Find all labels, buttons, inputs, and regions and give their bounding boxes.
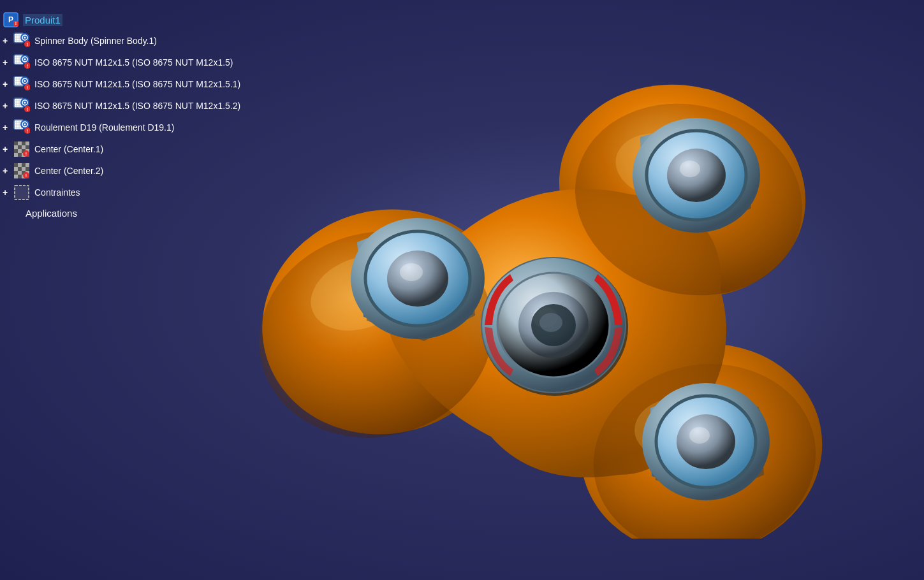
expand-icon-7[interactable]: + [3, 187, 11, 198]
item-icon-4: ! [13, 119, 31, 136]
svg-text:P: P [8, 15, 13, 24]
svg-rect-143 [14, 175, 18, 178]
svg-point-32 [689, 427, 710, 444]
svg-point-16 [400, 263, 423, 281]
item-label-3: ISO 8675 NUT M12x1.5 (ISO 8675 NUT M12x1… [34, 101, 240, 111]
svg-point-56 [24, 37, 26, 39]
svg-text:!: ! [27, 42, 28, 47]
tree-root-item[interactable]: P ! Produit1 [3, 11, 335, 28]
svg-rect-133 [22, 163, 26, 167]
item-icon-3: ! [13, 97, 31, 115]
svg-point-108 [24, 124, 26, 126]
svg-rect-119 [26, 145, 29, 149]
tree-panel: P ! Produit1 + ! Spinner Body (Spin [0, 6, 338, 228]
svg-rect-124 [14, 153, 18, 157]
svg-rect-117 [18, 145, 22, 149]
item-label-2: ISO 8675 NUT M12x1.5 (ISO 8675 NUT M12x1… [34, 79, 240, 89]
svg-rect-149 [15, 185, 29, 199]
tree-items-container: + ! Spinner Body (Spinner Body.1) + [3, 32, 335, 201]
applications-label: Applications [26, 208, 77, 219]
tree-item-3[interactable]: + ! ISO 8675 NUT M12x1.5 (ISO 8675 NUT M… [3, 97, 335, 115]
svg-rect-144 [18, 175, 22, 178]
svg-rect-118 [22, 145, 26, 149]
tree-item-1[interactable]: + ! ISO 8675 NUT M12x1.5 (ISO 8675 NUT M… [3, 54, 335, 71]
expand-icon-0[interactable]: + [3, 36, 11, 46]
item-icon-6: ! [13, 162, 31, 180]
svg-rect-116 [14, 145, 18, 149]
item-icon-1: ! [13, 54, 31, 71]
svg-rect-134 [26, 163, 29, 167]
item-label-1: ISO 8675 NUT M12x1.5 (ISO 8675 NUT M12x1… [34, 57, 233, 68]
svg-text:!: ! [27, 85, 28, 90]
svg-rect-138 [26, 167, 29, 171]
svg-rect-132 [18, 163, 22, 167]
tree-item-7[interactable]: + Contraintes [3, 184, 335, 201]
svg-rect-113 [18, 141, 22, 145]
svg-point-24 [680, 161, 700, 177]
item-icon-5: ! [13, 140, 31, 158]
item-icon-2: ! [13, 75, 31, 93]
svg-rect-112 [14, 141, 18, 145]
svg-rect-121 [18, 149, 22, 153]
item-label-4: Roulement D19 (Roulement D19.1) [34, 122, 174, 133]
tree-item-5[interactable]: + ! Center (Center.1) [3, 140, 335, 158]
expand-icon-6[interactable]: + [3, 166, 11, 176]
svg-point-82 [24, 80, 26, 82]
svg-text:!: ! [26, 152, 27, 156]
expand-icon-3[interactable]: + [3, 101, 11, 111]
svg-text:!: ! [27, 107, 28, 112]
svg-point-69 [24, 59, 26, 61]
item-label-0: Spinner Body (Spinner Body.1) [34, 36, 157, 46]
svg-rect-140 [18, 171, 22, 175]
svg-rect-137 [22, 167, 26, 171]
svg-rect-131 [14, 163, 18, 167]
tree-item-4[interactable]: + ! Roulement D19 (Roulement D19.1) [3, 119, 335, 136]
expand-icon-2[interactable]: + [3, 79, 11, 89]
item-label-6: Center (Center.2) [34, 166, 103, 176]
item-label-7: Contraintes [34, 187, 80, 198]
expand-icon-4[interactable]: + [3, 122, 11, 133]
item-icon-0: ! [13, 32, 31, 50]
expand-icon-1[interactable]: + [3, 57, 11, 68]
svg-point-95 [24, 102, 26, 104]
svg-rect-114 [22, 141, 26, 145]
tree-applications: Applications [14, 205, 335, 219]
tree-item-0[interactable]: + ! Spinner Body (Spinner Body.1) [3, 32, 335, 50]
tree-item-6[interactable]: + ! Center (Center.2) [3, 162, 335, 180]
expand-root-icon[interactable]: P ! [3, 11, 22, 28]
expand-icon-5[interactable]: + [3, 144, 11, 154]
tree-item-2[interactable]: + ! ISO 8675 NUT M12x1.5 (ISO 8675 NUT M… [3, 75, 335, 93]
svg-rect-136 [18, 167, 22, 171]
svg-point-41 [539, 313, 562, 332]
svg-text:!: ! [15, 21, 17, 25]
svg-rect-120 [14, 149, 18, 153]
svg-text:!: ! [26, 173, 27, 178]
svg-rect-135 [14, 167, 18, 171]
svg-rect-125 [18, 153, 22, 157]
svg-text:!: ! [27, 64, 28, 68]
svg-rect-115 [26, 141, 29, 145]
tree-root-label: Produit1 [23, 14, 62, 26]
item-label-5: Center (Center.1) [34, 144, 103, 154]
svg-text:!: ! [27, 129, 28, 133]
item-icon-7 [13, 184, 31, 201]
svg-rect-139 [14, 171, 18, 175]
